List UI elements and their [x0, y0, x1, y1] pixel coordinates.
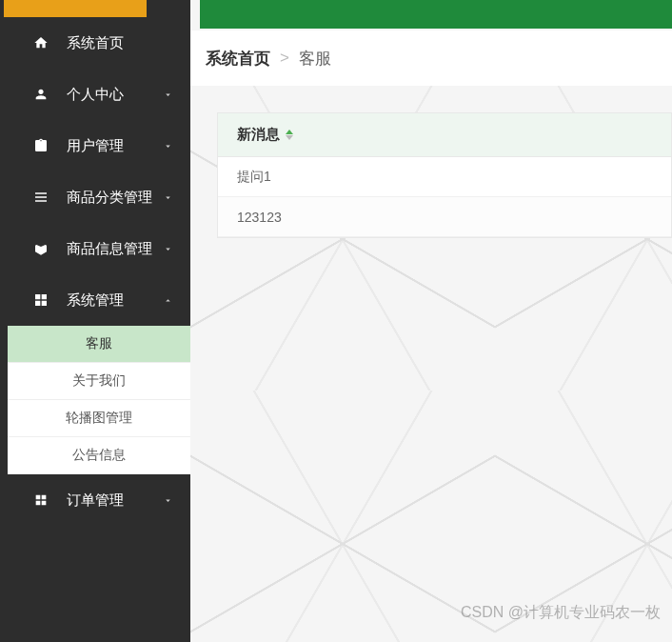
submenu-item-about[interactable]: 关于我们 — [8, 363, 190, 400]
user-icon — [32, 86, 49, 103]
message-table: 新消息 提问1 123123 — [217, 112, 672, 238]
submenu-system: 客服 关于我们 轮播图管理 公告信息 — [8, 326, 190, 474]
submenu-item-label: 客服 — [86, 335, 112, 352]
sidebar-item-label: 系统首页 — [67, 34, 173, 52]
chevron-down-icon — [162, 494, 173, 506]
chevron-down-icon — [162, 243, 173, 254]
sidebar-item-label: 商品分类管理 — [67, 189, 162, 207]
column-header-label: 新消息 — [237, 126, 280, 144]
submenu-item-label: 轮播图管理 — [66, 410, 132, 427]
cell-value: 123123 — [237, 210, 282, 225]
breadcrumb: 系统首页 > 客服 — [190, 30, 672, 86]
clipboard-icon — [32, 137, 49, 154]
sidebar-item-products[interactable]: 商品信息管理 — [8, 223, 190, 274]
sidebar-item-label: 用户管理 — [67, 137, 162, 155]
logo-bar — [4, 0, 147, 17]
sidebar-item-label: 商品信息管理 — [67, 240, 162, 258]
sidebar-item-categories[interactable]: 商品分类管理 — [8, 171, 190, 223]
chevron-down-icon — [162, 191, 173, 203]
grid-icon — [32, 291, 49, 309]
breadcrumb-current: 客服 — [299, 48, 331, 70]
sidebar-item-users[interactable]: 用户管理 — [8, 120, 190, 171]
tag-icon — [32, 240, 49, 257]
sidebar: 系统首页 个人中心 用户管理 商品分类管理 — [0, 0, 190, 642]
submenu-item-carousel[interactable]: 轮播图管理 — [8, 400, 190, 437]
main-area: 系统首页 > 客服 新消息 提问1 123123 CSDN @计算机专业码农一枚 — [190, 0, 672, 642]
submenu-item-announcement[interactable]: 公告信息 — [8, 437, 190, 474]
sidebar-item-label: 订单管理 — [67, 492, 162, 510]
sidebar-item-orders[interactable]: 订单管理 — [8, 474, 190, 526]
sort-icon[interactable] — [286, 130, 293, 140]
breadcrumb-root[interactable]: 系统首页 — [206, 48, 270, 70]
sidebar-item-profile[interactable]: 个人中心 — [8, 69, 190, 120]
breadcrumb-separator: > — [280, 49, 289, 68]
table-row[interactable]: 提问1 — [218, 157, 671, 197]
content-panel: 新消息 提问1 123123 — [190, 86, 672, 642]
submenu-item-label: 公告信息 — [72, 447, 126, 464]
sidebar-menu: 系统首页 个人中心 用户管理 商品分类管理 — [8, 17, 190, 526]
cell-value: 提问1 — [237, 169, 271, 186]
grid2-icon — [32, 492, 49, 509]
sidebar-item-home[interactable]: 系统首页 — [8, 17, 190, 69]
table-row[interactable]: 123123 — [218, 197, 671, 237]
sidebar-item-label: 个人中心 — [67, 86, 162, 104]
sidebar-item-label: 系统管理 — [67, 291, 162, 310]
sidebar-item-system[interactable]: 系统管理 — [8, 274, 190, 326]
submenu-item-service[interactable]: 客服 — [8, 326, 190, 363]
chevron-up-icon — [162, 294, 173, 306]
list-icon — [32, 189, 49, 206]
submenu-item-label: 关于我们 — [72, 372, 126, 390]
table-header[interactable]: 新消息 — [218, 113, 671, 157]
home-icon — [32, 34, 49, 51]
chevron-down-icon — [162, 89, 173, 100]
chevron-down-icon — [162, 140, 173, 151]
top-bar — [200, 0, 672, 29]
